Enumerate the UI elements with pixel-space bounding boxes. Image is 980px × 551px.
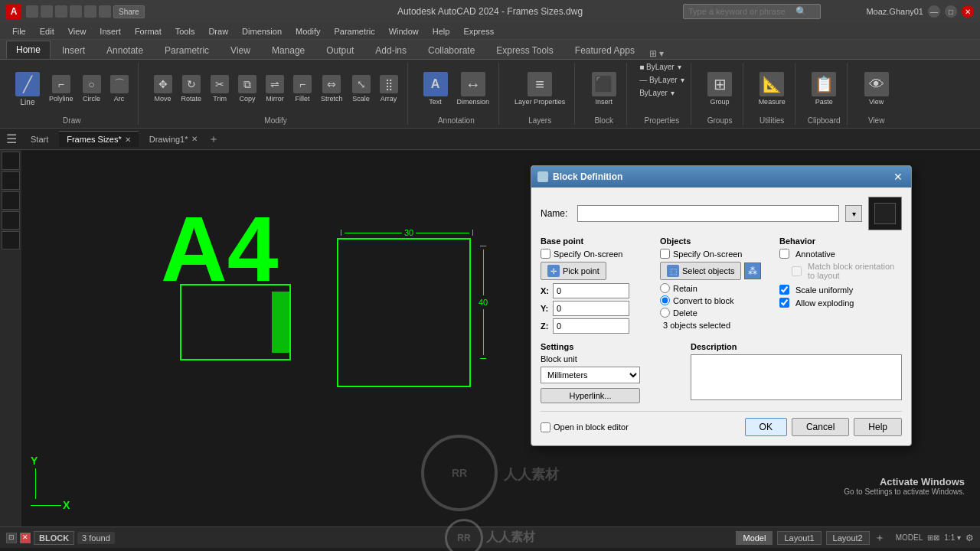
tab-output[interactable]: Output (316, 41, 364, 59)
base-point-specify-label[interactable]: Specify On-screen (554, 249, 622, 259)
redo-icon[interactable] (99, 5, 111, 18)
rotate-button[interactable]: ↻ Rotate (178, 73, 205, 104)
insert-block-button[interactable]: ⬛ Insert (589, 70, 619, 107)
tab-extras[interactable]: ⊞ ▾ (649, 48, 664, 59)
layout2-button[interactable]: Layout2 (826, 531, 870, 545)
tab-start[interactable]: Start (23, 132, 56, 147)
text-button[interactable]: A Text (420, 70, 451, 107)
dialog-close-button[interactable]: ✕ (891, 170, 905, 184)
tab-home[interactable]: Home (6, 41, 51, 59)
new-icon[interactable] (26, 5, 38, 18)
array-button[interactable]: ⣿ Array (377, 73, 401, 104)
menu-modify[interactable]: Modify (289, 25, 326, 37)
thumb-1[interactable] (2, 152, 20, 170)
menu-insert[interactable]: Insert (93, 25, 127, 37)
tab-drawing1[interactable]: Drawing1* ✕ (142, 132, 205, 147)
retain-radio[interactable] (660, 283, 670, 293)
layout1-button[interactable]: Layout1 (777, 531, 821, 545)
tab-annotate[interactable]: Annotate (96, 41, 153, 59)
tab-featured-apps[interactable]: Featured Apps (565, 41, 645, 59)
annotative-label[interactable]: Annotative (795, 249, 835, 259)
match-orientation-checkbox[interactable] (792, 266, 802, 276)
save-icon[interactable] (55, 5, 67, 18)
paste-button[interactable]: 📋 Paste (808, 70, 839, 107)
line-button[interactable]: ╱ Line (12, 70, 43, 108)
menu-parametric[interactable]: Parametric (328, 25, 381, 37)
thumb-3[interactable] (2, 191, 20, 210)
new-tab-button[interactable]: ＋ (208, 132, 219, 146)
share-button[interactable]: Share (113, 5, 145, 18)
block-unit-select[interactable]: Millimeters (541, 367, 640, 383)
y-input[interactable] (553, 301, 629, 316)
menu-window[interactable]: Window (383, 25, 425, 37)
name-input[interactable] (577, 205, 839, 222)
arc-button[interactable]: ⌒ Arc (107, 73, 132, 104)
grid-off-button[interactable]: ✕ (20, 533, 31, 543)
move-button[interactable]: ✥ Move (151, 73, 175, 104)
thumb-2[interactable] (2, 171, 20, 190)
convert-radio[interactable] (660, 295, 670, 305)
menu-express[interactable]: Express (457, 25, 500, 37)
menu-help[interactable]: Help (426, 25, 456, 37)
view-button[interactable]: 👁 View (861, 70, 892, 107)
base-point-specify-checkbox[interactable] (541, 249, 550, 259)
tab-parametric[interactable]: Parametric (155, 41, 219, 59)
select-objects-button[interactable]: ⬚ Select objects (660, 262, 741, 280)
menu-file[interactable]: File (6, 25, 32, 37)
dimension-button[interactable]: ↔ Dimension (454, 70, 493, 107)
cancel-button[interactable]: Cancel (792, 418, 849, 436)
open-block-editor-checkbox[interactable] (541, 422, 550, 432)
bylayer-dropdown-icon[interactable]: ▾ (678, 63, 681, 71)
model-tab-button[interactable]: Model (736, 531, 773, 545)
quick-select-button[interactable]: ⁂ (744, 262, 761, 279)
fillet-button[interactable]: ⌐ Fillet (290, 73, 315, 104)
copy-button[interactable]: ⧉ Copy (235, 73, 260, 104)
tab-view[interactable]: View (220, 41, 260, 59)
tab-addins[interactable]: Add-ins (365, 41, 416, 59)
scale-uniformly-label[interactable]: Scale uniformly (795, 285, 853, 295)
convert-label[interactable]: Convert to block (673, 296, 733, 305)
measure-button[interactable]: 📐 Measure (756, 70, 789, 107)
open-block-editor-label[interactable]: Open in block editor (554, 422, 629, 432)
menu-dimension[interactable]: Dimension (236, 25, 288, 37)
menu-draw[interactable]: Draw (202, 25, 234, 37)
tab-manage[interactable]: Manage (262, 41, 315, 59)
tab-insert[interactable]: Insert (52, 41, 95, 59)
ok-button[interactable]: OK (745, 418, 787, 436)
allow-exploding-checkbox[interactable] (779, 298, 789, 308)
menu-tools[interactable]: Tools (169, 25, 201, 37)
menu-edit[interactable]: Edit (34, 25, 60, 37)
delete-radio[interactable] (660, 308, 670, 318)
retain-label[interactable]: Retain (673, 284, 697, 293)
objects-specify-checkbox[interactable] (660, 249, 670, 259)
description-textarea[interactable] (691, 354, 902, 400)
circle-button[interactable]: ○ Circle (80, 73, 104, 104)
maximize-button[interactable]: □ (945, 5, 957, 18)
undo-icon[interactable] (84, 5, 96, 18)
bylayer-linetype-dropdown[interactable]: ▾ (681, 76, 684, 84)
annotative-checkbox[interactable] (779, 249, 789, 259)
thumb-4[interactable] (2, 211, 20, 230)
tab-frames-sizes-close[interactable]: ✕ (125, 135, 131, 144)
tab-express-tools[interactable]: Express Tools (486, 41, 563, 59)
open-icon[interactable] (41, 5, 53, 18)
nav-icon[interactable]: ☰ (6, 132, 17, 146)
search-input[interactable] (688, 7, 795, 16)
tab-collaborate[interactable]: Collaborate (418, 41, 485, 59)
scale-uniformly-checkbox[interactable] (779, 285, 789, 295)
scale-button[interactable]: ⤡ Scale (349, 73, 374, 104)
layer-properties-button[interactable]: ≡ Layer Properties (511, 70, 568, 107)
hyperlink-button[interactable]: Hyperlink... (541, 388, 640, 403)
print-icon[interactable] (70, 5, 82, 18)
snap-button[interactable]: ⊡ (6, 533, 17, 543)
settings-icon[interactable]: ⚙ (965, 533, 974, 543)
close-button[interactable]: ✕ (962, 5, 974, 18)
add-layout-button[interactable]: ＋ (874, 531, 885, 545)
stretch-button[interactable]: ⇔ Stretch (318, 73, 346, 104)
bylayer-weight-dropdown[interactable]: ▾ (671, 89, 675, 97)
pick-point-button[interactable]: ✛ Pick point (541, 262, 606, 280)
thumb-5[interactable] (2, 231, 20, 249)
minimize-button[interactable]: — (928, 5, 940, 18)
z-input[interactable] (553, 318, 629, 334)
polyline-button[interactable]: ⌐ Polyline (46, 73, 77, 104)
